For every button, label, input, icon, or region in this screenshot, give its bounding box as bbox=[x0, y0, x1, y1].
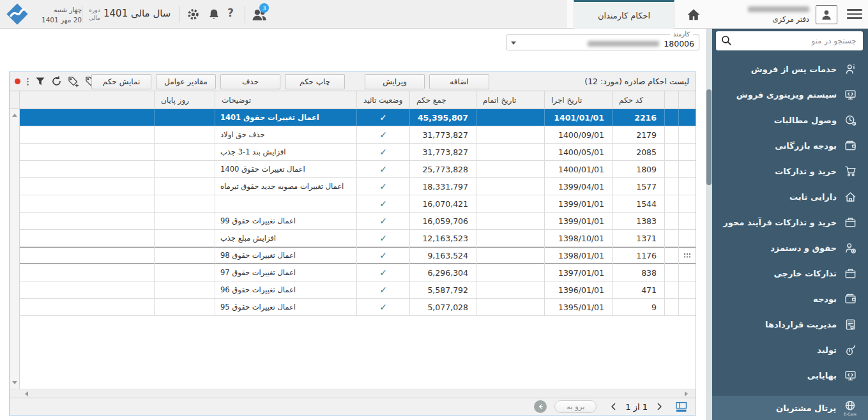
page-scrollbar-thumb[interactable] bbox=[706, 89, 712, 185]
scroll-down-icon[interactable] bbox=[12, 381, 17, 384]
cell-end-day bbox=[155, 213, 215, 229]
cell-exec-date: 1400/01/01 bbox=[545, 161, 613, 177]
cell-desc: اعمال تغییرات مصوبه جدید حقوق تیرماه bbox=[215, 178, 357, 195]
sidebar-item-budget[interactable]: بودجه bbox=[706, 286, 868, 311]
table-row[interactable]: اعمال تغییرات مصوبه جدید حقوق تیرماه✓18,… bbox=[20, 178, 696, 195]
add-button[interactable]: اضافه bbox=[429, 74, 489, 89]
refresh-icon[interactable] bbox=[51, 76, 62, 87]
sidebar-item-visitor-sales[interactable]: سیستم ویزیتوری فروش bbox=[706, 82, 868, 107]
record-indicator-icon bbox=[15, 79, 20, 84]
sidebar-item-receivables[interactable]: وصول مطالبات bbox=[706, 107, 868, 133]
table-row[interactable]: اعمال تغییرات حقوق 98✓9,163,5241398/01/0… bbox=[20, 247, 696, 264]
cell-approved: ✓ bbox=[357, 195, 410, 212]
col-header-exec-date[interactable]: تاریخ اجرا bbox=[545, 91, 613, 109]
sidebar-item-costing[interactable]: بهایابی bbox=[706, 363, 868, 388]
menu-icon[interactable] bbox=[847, 9, 862, 22]
employee-combobox[interactable]: کارمند 180006 bbox=[506, 31, 699, 50]
table-row[interactable]: اعمال تغییرات حقوق 96✓5,587,7921396/01/0… bbox=[20, 281, 696, 299]
sidebar-item-label: سیستم ویزیتوری فروش bbox=[736, 90, 837, 100]
col-header-total[interactable]: جمع حکم bbox=[410, 91, 476, 109]
page-scrollbar[interactable] bbox=[706, 29, 712, 420]
user-name-redacted bbox=[748, 6, 809, 12]
show-decree-button[interactable]: نمایش حکم bbox=[91, 74, 151, 89]
table-row[interactable]: افزایش بند 1-3 جذب✓31,773,8271400/05/012… bbox=[20, 144, 696, 161]
scroll-left-icon[interactable] bbox=[25, 391, 28, 396]
cell-end-date bbox=[476, 264, 545, 281]
table-row[interactable]: اعمال تغییرات حقوق 1401✓45,395,8071401/0… bbox=[20, 109, 696, 126]
divider bbox=[245, 6, 245, 23]
table-horizontal-scrollbar[interactable] bbox=[10, 389, 696, 398]
table-row[interactable]: اعمال تغییرات حقوق 1400✓25,773,8281400/0… bbox=[20, 161, 696, 178]
edit-button[interactable]: ویرایش bbox=[365, 74, 425, 89]
col-header-end-date[interactable]: تاریخ اتمام bbox=[476, 91, 545, 109]
sidebar-item-process-procurement[interactable]: خرید و تدارکات فرآیند محور bbox=[706, 209, 868, 235]
monitor-icon bbox=[844, 370, 857, 382]
table-row[interactable]: اعمال تغییرات حقوق 97✓6,296,3041397/01/0… bbox=[20, 264, 696, 281]
col-header-filler bbox=[20, 91, 155, 109]
employee-name-redacted bbox=[588, 41, 659, 47]
home-icon bbox=[844, 191, 857, 203]
topbar-left: چهار شنبه 20 مهر 1401 دوره مالی سال مالی… bbox=[0, 0, 567, 29]
tag-add-icon[interactable] bbox=[68, 76, 79, 87]
table-vertical-scrollbar[interactable] bbox=[10, 109, 20, 389]
factor-values-button[interactable]: مقادیر عوامل bbox=[156, 74, 216, 89]
next-page-button[interactable] bbox=[609, 402, 618, 411]
cell-desc: افزایش مبلغ جذب bbox=[215, 230, 357, 246]
table-row[interactable]: افزایش مبلغ جذب✓12,163,5231398/10/011371 bbox=[20, 230, 696, 247]
menu-search bbox=[716, 31, 863, 50]
user-avatar[interactable] bbox=[816, 5, 837, 24]
delete-button[interactable]: حذف bbox=[220, 74, 280, 89]
table-row[interactable]: ✓16,070,4211399/01/011544 bbox=[20, 195, 696, 213]
tab-employee-decrees[interactable]: احکام کارمندان bbox=[574, 0, 674, 29]
employee-code: 180006 bbox=[664, 39, 694, 49]
cell-approved: ✓ bbox=[357, 144, 410, 160]
person-coin-icon bbox=[844, 242, 857, 254]
home-icon[interactable] bbox=[681, 4, 706, 25]
prev-page-button[interactable] bbox=[655, 402, 664, 411]
col-header-approved[interactable]: وضعیت تائید bbox=[357, 91, 410, 109]
sidebar-item-label: دارایی ثابت bbox=[789, 192, 837, 202]
sidebar-item-production[interactable]: تولید bbox=[706, 337, 868, 363]
col-header-end-day[interactable]: روز پایان bbox=[155, 91, 215, 109]
sidebar-item-after-sales[interactable]: خدمات پس از فروش bbox=[706, 56, 868, 82]
cell-approved: ✓ bbox=[357, 230, 410, 246]
cell-approved: ✓ bbox=[357, 178, 410, 195]
cell-end-date bbox=[476, 195, 545, 212]
bell-icon[interactable] bbox=[208, 8, 220, 21]
cell-end-date bbox=[476, 281, 545, 298]
sidebar-item-commercial-budget[interactable]: بودجه بازرگانی bbox=[706, 133, 868, 158]
sidebar-item-foreign-procurement[interactable]: تدارکات خارجی bbox=[706, 260, 868, 286]
goto-page-button[interactable] bbox=[534, 400, 547, 413]
table-row[interactable]: اعمال تغییرات حقوق 99✓16,059,7061399/01/… bbox=[20, 213, 696, 230]
cell-end-day bbox=[155, 178, 215, 195]
table-row[interactable]: اعمال تغییرات حقوق 95✓5,077,0281395/01/0… bbox=[20, 299, 696, 316]
sidebar-item-fixed-assets[interactable]: دارایی ثابت bbox=[706, 184, 868, 209]
cell-end-date bbox=[476, 247, 545, 264]
gear-icon[interactable] bbox=[187, 8, 200, 21]
table-row[interactable]: حذف حق اولاد✓31,773,8271400/09/012179 bbox=[20, 126, 696, 144]
wallet-icon bbox=[844, 293, 857, 305]
goto-page-input[interactable]: برو به bbox=[554, 400, 597, 413]
decrees-panel: ? نمایش حکممقادیر عواملحذفچاپ حکمویرایشا… bbox=[9, 71, 696, 416]
col-header-code[interactable]: کد حکم bbox=[613, 91, 665, 109]
help-icon[interactable]: ? bbox=[227, 6, 234, 19]
filter-icon[interactable] bbox=[35, 77, 45, 86]
sidebar-item-payroll[interactable]: حقوق و دستمزد bbox=[706, 235, 868, 260]
search-input[interactable] bbox=[716, 31, 863, 50]
fiscal-year-value[interactable]: سال مالی 1401 bbox=[103, 8, 171, 19]
row-drag-handle[interactable] bbox=[679, 247, 696, 264]
sidebar: خدمات پس از فروش سیستم ویزیتوری فروش وصو… bbox=[706, 29, 868, 420]
reading-pane-icon[interactable] bbox=[675, 401, 688, 412]
scroll-up-icon[interactable] bbox=[12, 114, 17, 117]
scroll-right-icon[interactable] bbox=[685, 391, 688, 396]
sidebar-item-customers-portal[interactable]: E-Care پرتال مشتریان bbox=[706, 396, 868, 420]
sidebar-item-contracts[interactable]: مدیریت قراردادها bbox=[706, 311, 868, 337]
chevron-down-icon[interactable] bbox=[511, 41, 516, 45]
print-decree-button[interactable]: چاپ حکم bbox=[285, 74, 345, 89]
col-header-desc[interactable]: توضیحات bbox=[215, 91, 357, 109]
sidebar-item-label: خرید و تدارکات فرآیند محور bbox=[723, 218, 837, 227]
page-info: 1 از 1 bbox=[625, 402, 648, 412]
cell-end-day bbox=[155, 299, 215, 315]
sidebar-item-procurement[interactable]: خرید و تدارکات bbox=[706, 158, 868, 184]
cell-desc: حذف حق اولاد bbox=[215, 126, 357, 143]
